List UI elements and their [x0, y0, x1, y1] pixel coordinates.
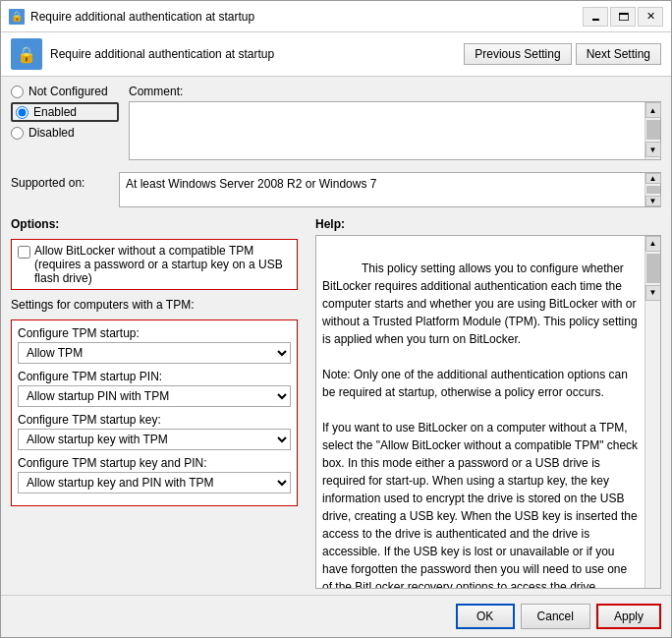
not-configured-radio[interactable]: [11, 86, 24, 98]
configure-pin-group: Configure TPM startup PIN: Allow startup…: [18, 370, 291, 407]
supported-scroll-down[interactable]: ▼: [645, 196, 661, 206]
help-scroll-thumb[interactable]: [646, 254, 660, 283]
main-window: 🔒 Require additional authentication at s…: [0, 0, 672, 638]
supported-box: At least Windows Server 2008 R2 or Windo…: [119, 172, 661, 207]
help-text: This policy setting allows you to config…: [322, 242, 654, 589]
scroll-thumb[interactable]: [646, 120, 660, 140]
enabled-radio[interactable]: [16, 106, 28, 119]
tpm-checkbox[interactable]: [18, 246, 30, 259]
window-title: Require additional authentication at sta…: [30, 10, 254, 24]
supported-scroll-thumb[interactable]: [646, 186, 660, 194]
top-section: Not Configured Enabled Disabled Comment:…: [1, 77, 671, 168]
configure-startup-label: Configure TPM startup:: [18, 326, 291, 340]
header-buttons: Previous Setting Next Setting: [464, 43, 661, 65]
ok-button[interactable]: OK: [456, 604, 515, 629]
configure-pin-label: Configure TPM startup PIN:: [18, 370, 291, 383]
help-box: This policy setting allows you to config…: [315, 235, 661, 589]
column-separator: [306, 217, 315, 589]
header-title: Require additional authentication at sta…: [50, 47, 274, 61]
disabled-label: Disabled: [28, 126, 75, 140]
help-title: Help:: [315, 217, 661, 231]
apply-button[interactable]: Apply: [596, 604, 661, 629]
two-column-area: Options: Allow BitLocker without a compa…: [1, 211, 671, 595]
cancel-button[interactable]: Cancel: [521, 604, 590, 629]
scroll-up-arrow[interactable]: ▲: [645, 102, 661, 118]
comment-box[interactable]: ▲ ▼: [129, 101, 661, 160]
configure-keypin-label: Configure TPM startup key and PIN:: [18, 456, 291, 470]
supported-value: At least Windows Server 2008 R2 or Windo…: [126, 177, 376, 191]
header-left: 🔒 Require additional authentication at s…: [11, 38, 274, 70]
disabled-option[interactable]: Disabled: [11, 126, 119, 140]
title-bar: 🔒 Require additional authentication at s…: [1, 1, 671, 32]
comment-scrollbar: ▲ ▼: [644, 102, 660, 159]
configure-keypin-group: Configure TPM startup key and PIN: Allow…: [18, 456, 291, 493]
footer: OK Cancel Apply: [1, 595, 671, 637]
not-configured-option[interactable]: Not Configured: [11, 85, 119, 98]
supported-section: Supported on: At least Windows Server 20…: [1, 168, 671, 211]
title-bar-left: 🔒 Require additional authentication at s…: [9, 9, 254, 25]
title-bar-controls: 🗕 🗖 ✕: [583, 7, 663, 27]
help-scroll-up[interactable]: ▲: [645, 236, 661, 252]
configure-startup-group: Configure TPM startup: Allow TPM: [18, 326, 291, 364]
header-icon: 🔒: [11, 38, 42, 70]
configure-keypin-select[interactable]: Allow startup key and PIN with TPM: [18, 472, 291, 493]
previous-setting-button[interactable]: Previous Setting: [464, 43, 571, 65]
minimize-button[interactable]: 🗕: [583, 7, 608, 27]
configure-pin-select[interactable]: Allow startup PIN with TPM: [18, 385, 291, 407]
comment-textarea[interactable]: [130, 102, 644, 159]
maximize-button[interactable]: 🗖: [610, 7, 636, 27]
supported-label: Supported on:: [11, 176, 109, 190]
options-column: Options: Allow BitLocker without a compa…: [11, 217, 306, 589]
comment-section: Comment: ▲ ▼: [129, 85, 661, 160]
close-button[interactable]: ✕: [638, 7, 663, 27]
content: Not Configured Enabled Disabled Comment:…: [1, 77, 671, 595]
radio-group: Not Configured Enabled Disabled: [11, 85, 119, 160]
tpm-option-text: Allow BitLocker without a compatible TPM…: [34, 244, 291, 285]
disabled-radio[interactable]: [11, 127, 24, 140]
enabled-label: Enabled: [33, 105, 77, 119]
next-setting-button[interactable]: Next Setting: [576, 43, 661, 65]
comment-label: Comment:: [129, 85, 661, 98]
configure-startup-select[interactable]: Allow TPM: [18, 342, 291, 364]
not-configured-label: Not Configured: [28, 85, 108, 98]
help-scrollbar: ▲ ▼: [644, 236, 660, 588]
scroll-down-arrow[interactable]: ▼: [645, 142, 661, 157]
tpm-option-box: Allow BitLocker without a compatible TPM…: [11, 239, 298, 290]
supported-scroll-up[interactable]: ▲: [645, 173, 661, 184]
settings-box: Configure TPM startup: Allow TPM Configu…: [11, 319, 298, 506]
tpm-checkbox-row: Allow BitLocker without a compatible TPM…: [18, 244, 291, 285]
window-icon: 🔒: [9, 9, 25, 25]
help-column: Help: This policy setting allows you to …: [315, 217, 661, 589]
header-bar: 🔒 Require additional authentication at s…: [1, 32, 671, 77]
supported-scrollbar: ▲ ▼: [644, 173, 660, 206]
configure-key-label: Configure TPM startup key:: [18, 413, 291, 427]
enabled-option[interactable]: Enabled: [11, 102, 119, 122]
settings-title: Settings for computers with a TPM:: [11, 298, 298, 312]
help-scroll-down[interactable]: ▼: [645, 285, 661, 301]
options-title: Options:: [11, 217, 298, 231]
configure-key-group: Configure TPM startup key: Allow startup…: [18, 413, 291, 450]
configure-key-select[interactable]: Allow startup key with TPM: [18, 429, 291, 450]
